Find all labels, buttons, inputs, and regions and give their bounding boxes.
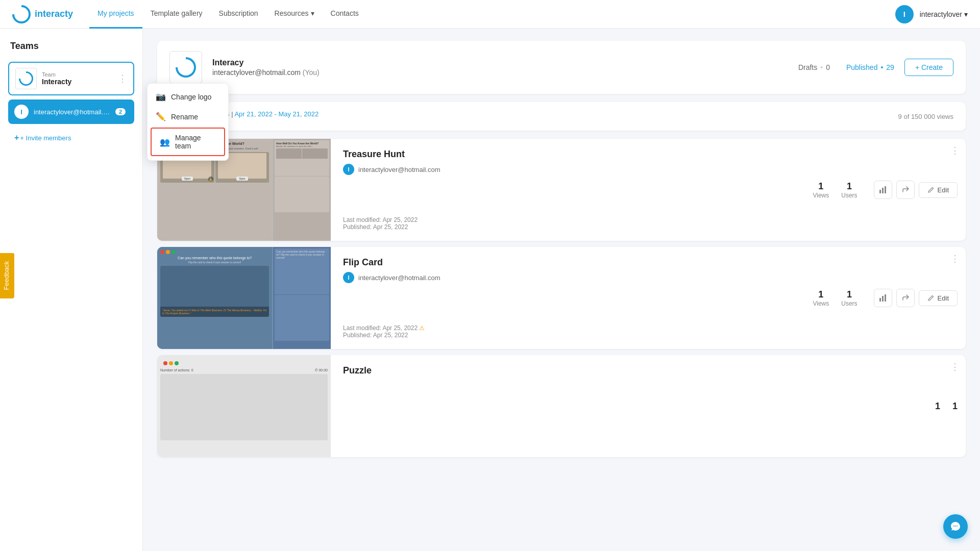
- nav-links: My projects Template gallery Subscriptio…: [89, 0, 895, 29]
- owner-avatar: I: [343, 272, 354, 283]
- edit-button[interactable]: Edit: [919, 290, 958, 306]
- team-icon: 👥: [160, 137, 170, 147]
- chat-icon: [950, 521, 961, 532]
- svg-point-8: [957, 525, 958, 527]
- edit-icon: [927, 294, 935, 302]
- create-button[interactable]: + Create: [904, 59, 953, 76]
- team-header-info: Interacy interactylover@hotmail.com (You…: [212, 58, 788, 77]
- project-owner: I interactylover@hotmail.com: [343, 272, 792, 283]
- main-layout: Teams Team Interacty ⋮ 📷 Change logo ✏️ …: [0, 29, 980, 551]
- sidebar: Teams Team Interacty ⋮ 📷 Change logo ✏️ …: [0, 29, 143, 551]
- users-stat: 1 Users: [841, 289, 857, 307]
- team-header-name: Interacy: [212, 58, 788, 67]
- feedback-tab[interactable]: Feedback: [0, 253, 14, 298]
- nav-my-projects[interactable]: My projects: [89, 0, 142, 29]
- card-options-button[interactable]: ⋮: [950, 253, 960, 264]
- project-owner: I interactylover@hotmail.com: [343, 164, 792, 175]
- nav-right: I interactylover ▾: [895, 5, 968, 23]
- team-logo-icon: [19, 71, 33, 86]
- bar-chart-icon: [879, 186, 887, 194]
- bar-chart-icon: [879, 294, 887, 302]
- project-stats: 1 1: [927, 355, 966, 457]
- nav-template-gallery[interactable]: Template gallery: [142, 0, 211, 29]
- user-email-label: interactylover@hotmail.co...: [34, 108, 110, 116]
- project-name: Flip Card: [343, 257, 792, 268]
- svg-point-7: [955, 525, 956, 527]
- camera-icon: 📷: [156, 92, 166, 102]
- project-stats: 1 Views 1 Users: [804, 139, 865, 241]
- team-dropdown-menu: 📷 Change logo ✏️ Rename 👥 Manage team: [147, 83, 229, 161]
- svg-rect-4: [882, 296, 884, 302]
- logo[interactable]: interacty: [12, 5, 73, 23]
- project-card: ⋮ Number of actions: 0 ⏱ 00:00 Puzzle: [157, 355, 966, 457]
- analytics-button[interactable]: [874, 181, 892, 199]
- sidebar-title: Teams: [8, 41, 134, 52]
- project-meta: Last modified: Apr 25, 2022 Published: A…: [343, 216, 792, 231]
- user-avatar[interactable]: I: [895, 5, 914, 23]
- edit-button[interactable]: Edit: [919, 182, 958, 198]
- views-bar: Views by all projects | Apr 21, 2022 - M…: [157, 102, 966, 131]
- team-options-button[interactable]: ⋮: [118, 73, 127, 84]
- nav-contacts[interactable]: Contacts: [323, 0, 367, 29]
- team-item[interactable]: Team Interacty ⋮ 📷 Change logo ✏️ Rename…: [8, 62, 134, 95]
- svg-rect-0: [879, 190, 881, 193]
- team-header-logo-icon: [176, 57, 196, 78]
- logo-icon: [12, 5, 31, 23]
- dropdown-change-logo[interactable]: 📷 Change logo: [148, 87, 228, 107]
- chat-button[interactable]: [943, 514, 968, 539]
- project-stats: 1 Views 1 Users: [804, 247, 865, 349]
- published-stat[interactable]: Published • 29: [846, 63, 894, 71]
- project-info: Flip Card I interactylover@hotmail.com L…: [331, 247, 804, 349]
- user-count-badge: 2: [115, 108, 126, 115]
- share-icon: [901, 186, 910, 194]
- users-stat: 1 Users: [841, 181, 857, 199]
- card-options-button[interactable]: ⋮: [950, 145, 960, 156]
- team-header-card: Interacy interactylover@hotmail.com (You…: [157, 41, 966, 94]
- views-stat: 1 Views: [813, 181, 829, 199]
- project-info: Puzzle: [331, 355, 927, 457]
- project-card: ⋮ Can you remember who this quote belong…: [157, 247, 966, 349]
- project-name: Treasure Hunt: [343, 149, 792, 160]
- team-header-email: interactylover@hotmail.com (You): [212, 68, 788, 77]
- user-avatar-sm: I: [14, 105, 29, 119]
- nav-subscription[interactable]: Subscription: [211, 0, 266, 29]
- team-stats: Drafts • 0 Published • 29: [798, 63, 894, 71]
- dropdown-manage-team[interactable]: 👥 Manage team: [151, 128, 225, 156]
- project-info: Treasure Hunt I interactylover@hotmail.c…: [331, 139, 804, 241]
- svg-rect-3: [879, 298, 881, 302]
- views-stat: 1 Views: [813, 289, 829, 307]
- share-button[interactable]: [896, 181, 915, 199]
- project-thumbnail: Number of actions: 0 ⏱ 00:00: [157, 355, 331, 457]
- invite-members-link[interactable]: + + Invite members: [8, 128, 134, 147]
- nav-resources[interactable]: Resources ▾: [266, 0, 323, 29]
- team-header-logo: [169, 51, 202, 84]
- team-name: Interacty: [42, 78, 113, 86]
- svg-rect-5: [885, 294, 886, 302]
- views-stat: 1: [935, 401, 940, 412]
- project-name: Puzzle: [343, 365, 915, 376]
- user-item[interactable]: I interactylover@hotmail.co... 2: [8, 99, 134, 124]
- team-logo: [15, 68, 37, 89]
- project-card: ⋮ How Well Do You Know the World? Answer…: [157, 139, 966, 241]
- project-meta: Last modified: Apr 25, 2022 ⚠ Published:…: [343, 324, 792, 339]
- logo-text: interacty: [35, 9, 73, 19]
- main-content: Interacy interactylover@hotmail.com (You…: [143, 29, 980, 551]
- card-options-button[interactable]: ⋮: [950, 361, 960, 372]
- drafts-stat: Drafts • 0: [798, 63, 830, 71]
- views-count: 9 of 150 000 views: [898, 113, 953, 120]
- analytics-button[interactable]: [874, 289, 892, 307]
- team-label: Team: [42, 71, 113, 78]
- plus-icon: +: [14, 133, 19, 142]
- user-menu[interactable]: interactylover ▾: [920, 10, 968, 18]
- edit-icon: [927, 186, 935, 193]
- share-icon: [901, 294, 910, 302]
- svg-rect-1: [882, 188, 884, 193]
- team-name-group: Team Interacty: [42, 71, 113, 86]
- navbar: interacty My projects Template gallery S…: [0, 0, 980, 29]
- share-button[interactable]: [896, 289, 915, 307]
- dropdown-rename[interactable]: ✏️ Rename: [148, 107, 228, 127]
- users-stat: 1: [952, 401, 958, 412]
- owner-avatar: I: [343, 164, 354, 175]
- svg-rect-2: [885, 186, 886, 193]
- project-thumbnail: Can you remember who this quote belongs …: [157, 247, 331, 349]
